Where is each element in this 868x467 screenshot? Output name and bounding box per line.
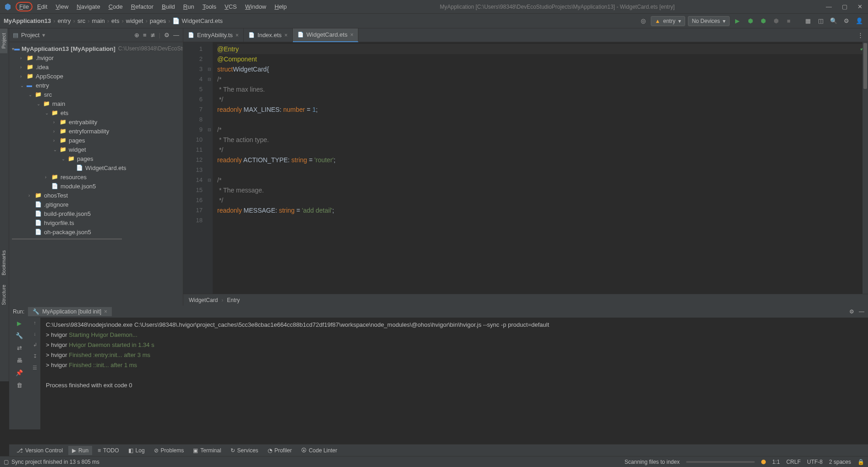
tree-root[interactable]: ▾ ▬ MyApplication13 [MyApplication] C:\U… (9, 44, 183, 53)
tree-item[interactable]: ›📁resources (9, 172, 183, 181)
menu-navigate[interactable]: Navigate (73, 2, 104, 11)
indent[interactable]: 2 spaces (829, 459, 851, 465)
down-icon[interactable]: ↓ (33, 331, 36, 336)
search-icon[interactable]: 🔍 (829, 16, 839, 26)
menu-tools[interactable]: Tools (199, 2, 220, 11)
target-icon[interactable]: ◎ (638, 16, 648, 26)
tool1-icon[interactable]: ▦ (803, 16, 813, 26)
stop-button[interactable]: ■ (784, 16, 794, 26)
toolwin-todo[interactable]: ≡TODO (94, 446, 122, 455)
close-tab-icon[interactable]: × (236, 32, 239, 38)
expand-icon[interactable]: ≡ (143, 32, 147, 38)
tree-item[interactable]: ›📁ohosTest (9, 191, 183, 200)
debug-button[interactable]: ⬢ (745, 16, 755, 26)
tree-item[interactable]: ›📁.idea (9, 62, 183, 71)
toolwin-problems[interactable]: ⊘Problems (150, 446, 188, 455)
menu-code[interactable]: Code (105, 2, 126, 11)
rerun-icon[interactable]: ▶ (15, 320, 24, 327)
close-tab-icon[interactable]: × (104, 308, 107, 315)
module-dropdown[interactable]: ▲entry▾ (651, 16, 685, 26)
console-output[interactable]: C:\Users\98348\nodejs\node.exe C:\Users\… (40, 306, 868, 429)
menu-vcs[interactable]: VCS (221, 2, 241, 11)
readonly-icon[interactable]: 🔒 (857, 459, 864, 465)
gear-icon[interactable]: ⚙ (164, 32, 170, 38)
tree-item[interactable]: ⌄📁main (9, 99, 183, 108)
toolwin-version-control[interactable]: ⎇Version Control (13, 446, 66, 455)
menu-file[interactable]: File (16, 2, 33, 11)
vertical-scrollbar[interactable] (863, 42, 868, 294)
breadcrumb-item[interactable]: src (77, 17, 85, 24)
toolwin-code-linter[interactable]: ⦿Code Linter (297, 446, 341, 455)
close-button[interactable]: ✕ (856, 3, 864, 10)
tree-item[interactable]: ⌄▬entry (9, 81, 183, 90)
menu-edit[interactable]: Edit (33, 2, 51, 11)
menu-help[interactable]: Help (271, 2, 291, 11)
filter-icon[interactable]: ☰ (33, 365, 37, 371)
minimize-button[interactable]: — (824, 3, 834, 10)
wrench-icon[interactable]: 🔧 (15, 332, 24, 339)
close-tab-icon[interactable]: × (285, 32, 288, 38)
device-dropdown[interactable]: No Devices▾ (688, 16, 730, 26)
tree-item[interactable]: 📄build-profile.json5 (9, 209, 183, 218)
tree-item[interactable]: ›📁entryability (9, 117, 183, 126)
toolwin-log[interactable]: ◧Log (125, 446, 148, 455)
bc-item[interactable]: WidgetCard (189, 297, 218, 303)
print-icon[interactable]: 🖶 (15, 357, 24, 364)
editor-tab[interactable]: 📄WidgetCard.ets× (293, 28, 359, 42)
tree-item[interactable]: ›📁AppScope (9, 71, 183, 81)
run-config-tab[interactable]: 🔧 MyApplication [build init] × (28, 307, 112, 316)
tree-item[interactable]: ›📁pages (9, 136, 183, 145)
bookmarks-rail-tab[interactable]: Bookmarks (0, 246, 7, 280)
tree-item[interactable]: ⌄📁widget (9, 145, 183, 154)
user-icon[interactable]: 👤 (854, 16, 864, 26)
menu-refactor[interactable]: Refactor (127, 2, 157, 11)
structure-rail-tab[interactable]: Structure (0, 280, 7, 310)
tree-item[interactable]: 📄oh-package.json5 (9, 227, 183, 236)
tabs-more-icon[interactable]: ⋮ (853, 32, 868, 38)
hide-icon[interactable]: — (173, 32, 179, 38)
tree-item[interactable]: 📄module.json5 (9, 181, 183, 191)
collapse-icon[interactable]: ≢ (150, 32, 155, 38)
caret-position[interactable]: 1:1 (772, 459, 780, 465)
breadcrumb-item[interactable]: entry (58, 17, 71, 24)
code-content[interactable]: @Entry@Componentstruct WidgetCard { /* *… (213, 42, 868, 294)
editor-tab[interactable]: 📄Index.ets× (244, 28, 293, 42)
attach-button[interactable]: ⬢ (771, 16, 781, 26)
line-ending[interactable]: CRLF (786, 459, 801, 465)
coverage-button[interactable]: ⬢ (758, 16, 768, 26)
menu-run[interactable]: Run (180, 2, 198, 11)
scroll-icon[interactable]: ↧ (33, 353, 37, 359)
toolwin-profiler[interactable]: ◔Profiler (264, 446, 296, 455)
run-hide-icon[interactable]: — (859, 308, 864, 315)
trash-icon[interactable]: 🗑 (15, 382, 24, 389)
tree-scrollbar[interactable] (12, 238, 122, 240)
tree-item[interactable]: ⌄📁pages (9, 154, 183, 163)
menu-view[interactable]: View (52, 2, 72, 11)
project-rail-tab[interactable]: Project (0, 28, 7, 53)
menu-build[interactable]: Build (158, 2, 179, 11)
up-icon[interactable]: ↑ (33, 320, 36, 325)
layout-icon[interactable]: ⇄ (15, 345, 24, 352)
wrap-icon[interactable]: ↲ (33, 342, 37, 348)
breadcrumb-item[interactable]: WidgetCard.ets (181, 17, 223, 24)
maximize-button[interactable]: ▢ (840, 3, 849, 10)
toolwin-services[interactable]: ↻Services (227, 446, 262, 455)
breadcrumb-item[interactable]: MyApplication13 (4, 17, 51, 24)
tree-item[interactable]: 📄WidgetCard.ets (9, 163, 183, 172)
toolwin-terminal[interactable]: ▣Terminal (189, 446, 225, 455)
project-dropdown-icon[interactable]: ▾ (42, 32, 45, 38)
breadcrumb-item[interactable]: ets (111, 17, 119, 24)
run-settings-icon[interactable]: ⚙ (849, 308, 854, 315)
tree-item[interactable]: 📄hvigorfile.ts (9, 218, 183, 227)
locate-icon[interactable]: ⊕ (134, 32, 139, 38)
breadcrumb-item[interactable]: widget (126, 17, 143, 24)
bc-item[interactable]: Entry (227, 297, 240, 303)
tree-item[interactable]: ⌄📁ets (9, 108, 183, 117)
tree-item[interactable]: ›📁.hvigor (9, 53, 183, 62)
breadcrumb-item[interactable]: pages (150, 17, 166, 24)
breadcrumb-item[interactable]: main (92, 17, 105, 24)
editor-tab[interactable]: 📄EntryAbility.ts× (183, 28, 244, 42)
status-left-icon[interactable]: ▢ (4, 459, 9, 465)
encoding[interactable]: UTF-8 (807, 459, 823, 465)
close-tab-icon[interactable]: × (350, 32, 353, 38)
